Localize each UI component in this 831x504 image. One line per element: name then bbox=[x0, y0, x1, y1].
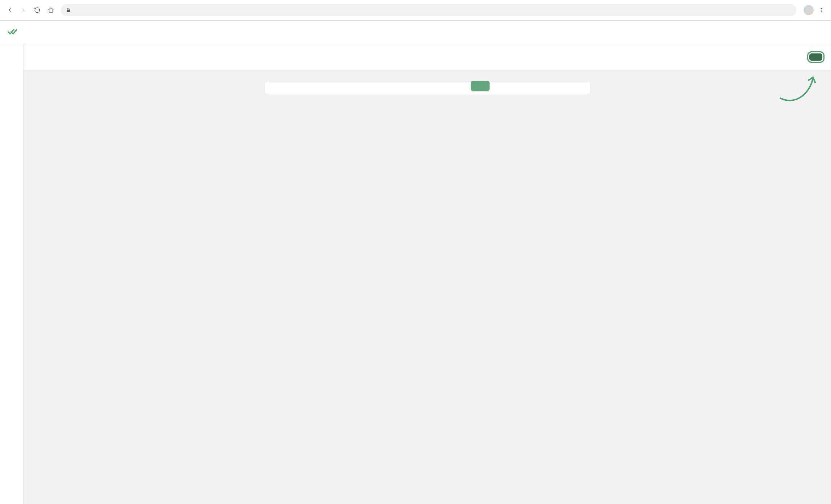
nav-reload[interactable] bbox=[31, 4, 43, 16]
page-bar bbox=[23, 44, 831, 70]
doubletick-logo-icon bbox=[7, 27, 17, 38]
annotation-callout bbox=[471, 81, 490, 91]
bots-card bbox=[265, 81, 590, 95]
flows-section-header bbox=[265, 81, 590, 95]
svg-point-0 bbox=[821, 8, 822, 9]
lock-icon bbox=[66, 8, 71, 13]
content-area bbox=[23, 44, 831, 504]
nav-home[interactable] bbox=[45, 4, 57, 16]
sidebar bbox=[0, 44, 23, 504]
browser-chrome bbox=[0, 0, 831, 21]
app-layout bbox=[0, 44, 831, 504]
profile-avatar[interactable] bbox=[804, 5, 814, 15]
address-bar[interactable] bbox=[61, 4, 796, 16]
nav-back[interactable] bbox=[4, 4, 16, 16]
browser-menu[interactable] bbox=[815, 4, 827, 16]
app-header bbox=[0, 21, 831, 44]
svg-point-1 bbox=[821, 10, 822, 11]
svg-point-2 bbox=[821, 11, 822, 12]
nav-forward[interactable] bbox=[17, 4, 30, 16]
annotation-arrow-icon bbox=[777, 73, 820, 116]
create-new-bot-button[interactable] bbox=[809, 53, 822, 61]
